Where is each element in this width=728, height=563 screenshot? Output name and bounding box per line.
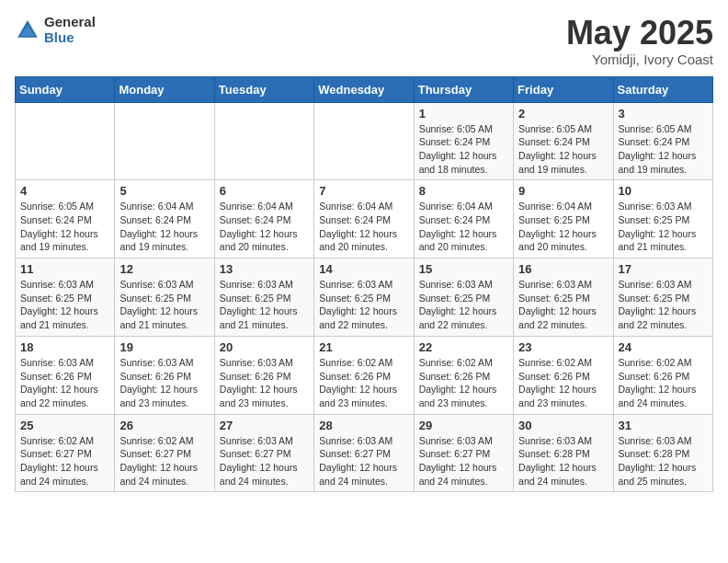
calendar-table: SundayMondayTuesdayWednesdayThursdayFrid… bbox=[15, 76, 713, 493]
calendar-cell: 13Sunrise: 6:03 AM Sunset: 6:25 PM Dayli… bbox=[214, 259, 313, 337]
day-info: Sunrise: 6:03 AM Sunset: 6:26 PM Dayligh… bbox=[119, 356, 209, 410]
day-info: Sunrise: 6:02 AM Sunset: 6:26 PM Dayligh… bbox=[319, 356, 408, 410]
day-number: 1 bbox=[419, 107, 508, 121]
logo-blue-text: Blue bbox=[44, 30, 96, 46]
calendar-body: 1Sunrise: 6:05 AM Sunset: 6:24 PM Daylig… bbox=[16, 102, 713, 492]
title-block: May 2025 Yomidji, Ivory Coast bbox=[566, 15, 713, 67]
calendar-title: May 2025 bbox=[566, 15, 713, 52]
day-number: 18 bbox=[20, 340, 109, 354]
day-info: Sunrise: 6:04 AM Sunset: 6:24 PM Dayligh… bbox=[419, 200, 508, 254]
day-number: 6 bbox=[220, 184, 309, 198]
calendar-cell: 23Sunrise: 6:02 AM Sunset: 6:26 PM Dayli… bbox=[514, 336, 613, 414]
calendar-cell: 9Sunrise: 6:04 AM Sunset: 6:25 PM Daylig… bbox=[514, 180, 613, 259]
day-number: 23 bbox=[518, 340, 608, 354]
calendar-cell: 22Sunrise: 6:02 AM Sunset: 6:26 PM Dayli… bbox=[414, 336, 513, 414]
calendar-cell: 31Sunrise: 6:03 AM Sunset: 6:28 PM Dayli… bbox=[613, 414, 712, 492]
day-info: Sunrise: 6:04 AM Sunset: 6:25 PM Dayligh… bbox=[518, 200, 608, 254]
day-number: 31 bbox=[619, 419, 708, 432]
day-info: Sunrise: 6:05 AM Sunset: 6:24 PM Dayligh… bbox=[20, 200, 109, 254]
day-info: Sunrise: 6:02 AM Sunset: 6:27 PM Dayligh… bbox=[20, 434, 109, 488]
day-info: Sunrise: 6:03 AM Sunset: 6:26 PM Dayligh… bbox=[220, 356, 309, 410]
day-info: Sunrise: 6:03 AM Sunset: 6:28 PM Dayligh… bbox=[518, 434, 608, 488]
day-info: Sunrise: 6:02 AM Sunset: 6:26 PM Dayligh… bbox=[619, 356, 708, 410]
day-number: 13 bbox=[220, 262, 309, 276]
day-number: 3 bbox=[619, 107, 708, 121]
day-number: 8 bbox=[419, 184, 508, 198]
day-number: 15 bbox=[419, 262, 508, 276]
logo-text: General Blue bbox=[44, 15, 96, 45]
day-info: Sunrise: 6:02 AM Sunset: 6:26 PM Dayligh… bbox=[518, 356, 608, 410]
calendar-cell: 18Sunrise: 6:03 AM Sunset: 6:26 PM Dayli… bbox=[16, 336, 115, 414]
day-number: 10 bbox=[619, 184, 708, 198]
calendar-subtitle: Yomidji, Ivory Coast bbox=[566, 52, 713, 67]
calendar-cell: 8Sunrise: 6:04 AM Sunset: 6:24 PM Daylig… bbox=[414, 180, 513, 259]
calendar-cell: 26Sunrise: 6:02 AM Sunset: 6:27 PM Dayli… bbox=[115, 414, 214, 492]
calendar-cell: 4Sunrise: 6:05 AM Sunset: 6:24 PM Daylig… bbox=[16, 180, 115, 259]
calendar-week-5: 25Sunrise: 6:02 AM Sunset: 6:27 PM Dayli… bbox=[16, 414, 713, 492]
day-info: Sunrise: 6:03 AM Sunset: 6:26 PM Dayligh… bbox=[20, 356, 109, 410]
calendar-cell bbox=[214, 102, 313, 180]
day-info: Sunrise: 6:03 AM Sunset: 6:25 PM Dayligh… bbox=[220, 278, 309, 332]
calendar-cell: 11Sunrise: 6:03 AM Sunset: 6:25 PM Dayli… bbox=[16, 259, 115, 337]
day-info: Sunrise: 6:04 AM Sunset: 6:24 PM Dayligh… bbox=[119, 200, 209, 254]
weekday-row: SundayMondayTuesdayWednesdayThursdayFrid… bbox=[16, 76, 713, 102]
day-number: 22 bbox=[419, 340, 508, 354]
day-number: 27 bbox=[220, 419, 309, 432]
calendar-cell: 3Sunrise: 6:05 AM Sunset: 6:24 PM Daylig… bbox=[613, 102, 712, 180]
calendar-cell: 16Sunrise: 6:03 AM Sunset: 6:25 PM Dayli… bbox=[514, 259, 613, 337]
logo: General Blue bbox=[15, 15, 96, 45]
day-number: 20 bbox=[220, 340, 309, 354]
day-number: 14 bbox=[319, 262, 408, 276]
calendar-cell: 12Sunrise: 6:03 AM Sunset: 6:25 PM Dayli… bbox=[115, 259, 214, 337]
calendar-cell: 17Sunrise: 6:03 AM Sunset: 6:25 PM Dayli… bbox=[613, 259, 712, 337]
day-number: 4 bbox=[20, 184, 109, 198]
calendar-cell: 1Sunrise: 6:05 AM Sunset: 6:24 PM Daylig… bbox=[414, 102, 513, 180]
calendar-cell: 24Sunrise: 6:02 AM Sunset: 6:26 PM Dayli… bbox=[613, 336, 712, 414]
calendar-cell: 29Sunrise: 6:03 AM Sunset: 6:27 PM Dayli… bbox=[414, 414, 513, 492]
weekday-header-saturday: Saturday bbox=[613, 76, 712, 102]
day-number: 29 bbox=[419, 419, 508, 432]
calendar-cell bbox=[115, 102, 214, 180]
day-number: 25 bbox=[20, 419, 109, 432]
day-info: Sunrise: 6:04 AM Sunset: 6:24 PM Dayligh… bbox=[319, 200, 408, 254]
calendar-cell: 30Sunrise: 6:03 AM Sunset: 6:28 PM Dayli… bbox=[514, 414, 613, 492]
day-info: Sunrise: 6:03 AM Sunset: 6:25 PM Dayligh… bbox=[518, 278, 608, 332]
day-info: Sunrise: 6:05 AM Sunset: 6:24 PM Dayligh… bbox=[419, 122, 508, 177]
day-number: 11 bbox=[20, 262, 109, 276]
calendar-cell: 28Sunrise: 6:03 AM Sunset: 6:27 PM Dayli… bbox=[314, 414, 414, 492]
day-info: Sunrise: 6:05 AM Sunset: 6:24 PM Dayligh… bbox=[619, 122, 708, 177]
calendar-header: SundayMondayTuesdayWednesdayThursdayFrid… bbox=[16, 76, 713, 102]
day-number: 16 bbox=[518, 262, 608, 276]
day-info: Sunrise: 6:03 AM Sunset: 6:25 PM Dayligh… bbox=[419, 278, 508, 332]
weekday-header-wednesday: Wednesday bbox=[314, 76, 414, 102]
calendar-cell: 7Sunrise: 6:04 AM Sunset: 6:24 PM Daylig… bbox=[314, 180, 414, 259]
day-info: Sunrise: 6:03 AM Sunset: 6:25 PM Dayligh… bbox=[319, 278, 408, 332]
day-info: Sunrise: 6:02 AM Sunset: 6:27 PM Dayligh… bbox=[119, 434, 209, 488]
page-header: General Blue May 2025 Yomidji, Ivory Coa… bbox=[15, 15, 713, 67]
day-number: 2 bbox=[518, 107, 608, 121]
day-number: 5 bbox=[119, 184, 209, 198]
calendar-week-1: 1Sunrise: 6:05 AM Sunset: 6:24 PM Daylig… bbox=[16, 102, 713, 180]
day-number: 24 bbox=[619, 340, 708, 354]
calendar-cell: 6Sunrise: 6:04 AM Sunset: 6:24 PM Daylig… bbox=[214, 180, 313, 259]
day-info: Sunrise: 6:02 AM Sunset: 6:26 PM Dayligh… bbox=[419, 356, 508, 410]
calendar-cell: 15Sunrise: 6:03 AM Sunset: 6:25 PM Dayli… bbox=[414, 259, 513, 337]
day-info: Sunrise: 6:03 AM Sunset: 6:27 PM Dayligh… bbox=[419, 434, 508, 488]
weekday-header-monday: Monday bbox=[115, 76, 214, 102]
calendar-cell: 14Sunrise: 6:03 AM Sunset: 6:25 PM Dayli… bbox=[314, 259, 414, 337]
day-number: 19 bbox=[119, 340, 209, 354]
day-info: Sunrise: 6:03 AM Sunset: 6:25 PM Dayligh… bbox=[619, 278, 708, 332]
calendar-cell: 10Sunrise: 6:03 AM Sunset: 6:25 PM Dayli… bbox=[613, 180, 712, 259]
day-number: 30 bbox=[518, 419, 608, 432]
weekday-header-friday: Friday bbox=[514, 76, 613, 102]
weekday-header-sunday: Sunday bbox=[16, 76, 115, 102]
day-number: 7 bbox=[319, 184, 408, 198]
calendar-cell bbox=[16, 102, 115, 180]
day-info: Sunrise: 6:03 AM Sunset: 6:28 PM Dayligh… bbox=[619, 434, 708, 488]
day-number: 28 bbox=[319, 419, 408, 432]
calendar-cell bbox=[314, 102, 414, 180]
calendar-cell: 2Sunrise: 6:05 AM Sunset: 6:24 PM Daylig… bbox=[514, 102, 613, 180]
weekday-header-tuesday: Tuesday bbox=[214, 76, 313, 102]
day-number: 21 bbox=[319, 340, 408, 354]
day-info: Sunrise: 6:03 AM Sunset: 6:25 PM Dayligh… bbox=[20, 278, 109, 332]
